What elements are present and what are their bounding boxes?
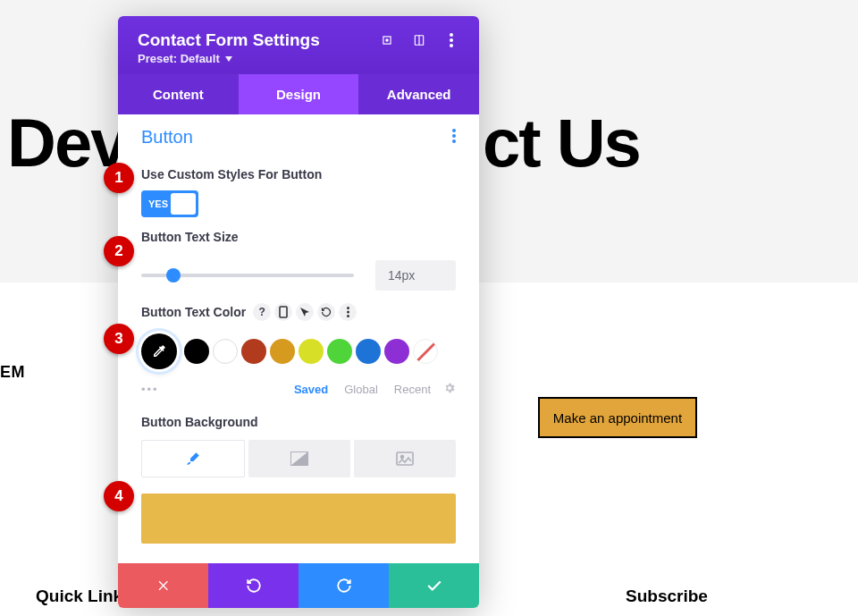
palette-saved[interactable]: Saved [294, 383, 328, 396]
svg-point-7 [452, 129, 456, 132]
svg-point-12 [347, 311, 349, 314]
chevron-down-icon [225, 56, 232, 62]
slider-text-size[interactable] [141, 274, 354, 277]
swatch-white[interactable] [213, 339, 238, 364]
swatch-yellow[interactable] [299, 339, 324, 364]
wireframe-icon[interactable] [411, 32, 427, 48]
swatch-none[interactable] [413, 339, 438, 364]
close-icon [156, 578, 171, 593]
section-more-icon[interactable] [452, 127, 456, 148]
preset-dropdown[interactable]: Preset: Default [138, 52, 459, 65]
svg-point-16 [401, 456, 404, 459]
more-icon[interactable] [443, 32, 459, 48]
swatch-purple[interactable] [384, 339, 409, 364]
annotation-badge-2: 2 [104, 236, 134, 266]
toggle-custom-styles[interactable]: YES [141, 190, 198, 217]
redo-button[interactable] [299, 563, 389, 608]
tab-advanced[interactable]: Advanced [358, 74, 479, 114]
swatch-black[interactable] [184, 339, 209, 364]
background-color-preview[interactable] [141, 494, 456, 544]
undo-button[interactable] [208, 563, 299, 608]
svg-point-9 [452, 139, 456, 143]
label-custom-styles: Use Custom Styles For Button [141, 167, 456, 181]
cancel-button[interactable] [118, 563, 208, 608]
responsive-icon[interactable] [274, 303, 292, 321]
section-title-button: Button [141, 127, 193, 148]
annotation-badge-4: 4 [104, 481, 134, 511]
swatch-red[interactable] [241, 339, 266, 364]
option-more-icon[interactable] [339, 303, 357, 321]
svg-point-5 [450, 38, 453, 42]
svg-rect-10 [280, 307, 287, 317]
svg-point-11 [347, 307, 349, 309]
tab-design[interactable]: Design [239, 74, 359, 114]
expand-icon[interactable] [379, 32, 395, 48]
modal-title: Contact Form Settings [138, 30, 363, 50]
check-icon [426, 579, 442, 592]
hover-icon[interactable] [296, 303, 314, 321]
svg-rect-3 [418, 36, 419, 46]
redo-icon [336, 578, 352, 594]
slider-thumb[interactable] [166, 268, 181, 283]
save-button[interactable] [389, 563, 479, 608]
palette-global[interactable]: Global [344, 383, 378, 396]
svg-point-4 [450, 33, 453, 37]
reset-icon[interactable] [317, 303, 335, 321]
tab-content[interactable]: Content [118, 74, 239, 114]
bg-tab-gradient[interactable] [248, 440, 350, 477]
palette-recent[interactable]: Recent [394, 383, 431, 396]
svg-point-1 [386, 39, 388, 41]
undo-icon [246, 578, 262, 594]
svg-point-13 [347, 315, 349, 317]
palette-more-icon[interactable]: ••• [141, 383, 159, 396]
svg-point-6 [450, 44, 453, 47]
annotation-badge-3: 3 [104, 324, 134, 354]
annotation-badge-1: 1 [104, 163, 134, 193]
settings-modal: Contact Form Settings Preset: Default Co… [118, 16, 479, 608]
bg-tab-color[interactable] [141, 440, 245, 477]
swatch-green[interactable] [327, 339, 352, 364]
label-button-background: Button Background [141, 415, 456, 429]
sidebar-fragment: EM [0, 363, 25, 382]
input-text-size[interactable]: 14px [375, 260, 456, 291]
appointment-button[interactable]: Make an appointment [538, 397, 697, 438]
bg-tab-image[interactable] [354, 440, 456, 477]
svg-point-8 [452, 134, 456, 138]
swatch-orange[interactable] [270, 339, 295, 364]
palette-settings-icon[interactable] [443, 382, 456, 397]
label-text-size: Button Text Size [141, 230, 456, 244]
help-icon[interactable]: ? [253, 303, 271, 321]
label-text-color: Button Text Color [141, 305, 246, 319]
page-heading-right: ct Us [483, 104, 640, 181]
swatch-blue[interactable] [356, 339, 381, 364]
footer-col-subscribe: Subscribe [429, 586, 822, 606]
color-picker-button[interactable] [141, 333, 177, 369]
